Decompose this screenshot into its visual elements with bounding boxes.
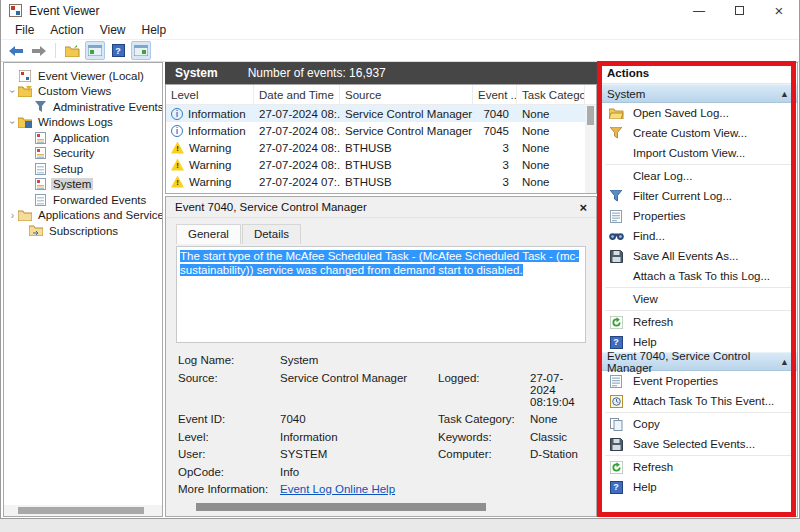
- console-tree-panel: Event Viewer (Local) › Custom Views Admi…: [3, 62, 163, 517]
- help-toolbar-button[interactable]: ?: [108, 41, 128, 60]
- action-help-event[interactable]: ? Help: [599, 477, 797, 497]
- action-attach-task-to-log[interactable]: Attach a Task To this Log...: [599, 266, 797, 286]
- table-row[interactable]: iInformation 27-07-2024 08:... Service C…: [166, 122, 596, 139]
- chevron-down-icon[interactable]: ›: [7, 86, 18, 97]
- action-refresh-event[interactable]: Refresh: [599, 457, 797, 477]
- chevron-down-icon[interactable]: ›: [7, 117, 18, 128]
- tree-horizontal-scrollbar[interactable]: [4, 505, 162, 516]
- tab-general[interactable]: General: [176, 224, 241, 244]
- actions-section-system[interactable]: System ▲: [599, 84, 797, 103]
- detail-horizontal-scrollbar[interactable]: [172, 502, 590, 512]
- menu-view[interactable]: View: [92, 23, 134, 37]
- action-create-custom-view[interactable]: Create Custom View...: [599, 123, 797, 143]
- action-copy[interactable]: Copy: [599, 414, 797, 434]
- action-pane-icon: [134, 45, 148, 56]
- actions-title: Actions: [599, 63, 797, 84]
- maximize-button[interactable]: [719, 0, 759, 21]
- forward-button[interactable]: [29, 41, 49, 60]
- table-row[interactable]: !Warning 27-07-2024 07:... BTHUSB 3 None: [166, 173, 596, 190]
- action-open-saved-log[interactable]: Open Saved Log...: [599, 103, 797, 123]
- collapse-icon[interactable]: ▲: [780, 89, 789, 99]
- tree-item-applications-services-logs[interactable]: › Applications and Services Log: [4, 208, 162, 224]
- event-list-scrollbar-thumb[interactable]: [587, 106, 594, 125]
- action-event-properties[interactable]: Event Properties: [599, 371, 797, 391]
- task-icon: [608, 394, 624, 408]
- action-refresh[interactable]: Refresh: [599, 312, 797, 332]
- minimize-button[interactable]: —: [679, 0, 719, 21]
- actions-section-event-7040[interactable]: Event 7040, Service Control Manager ▲: [599, 352, 797, 371]
- tree-item-system[interactable]: System: [4, 177, 162, 193]
- close-button[interactable]: ×: [759, 0, 799, 21]
- task-category-value: None: [530, 413, 586, 425]
- opcode-value: Info: [280, 466, 438, 478]
- separator: [605, 412, 791, 413]
- event-list-vertical-scrollbar[interactable]: [585, 105, 596, 193]
- computer-value: D-Station: [530, 448, 586, 460]
- detail-title: Event 7040, Service Control Manager: [175, 201, 367, 213]
- logged-value: 27-07-2024 08:19:04: [530, 372, 586, 408]
- chevron-right-icon[interactable]: ›: [7, 210, 18, 221]
- column-task-category[interactable]: Task Category: [517, 85, 585, 104]
- table-row[interactable]: !Warning 27-07-2024 08:... BTHUSB 3 None: [166, 156, 596, 173]
- tree-item-administrative-events[interactable]: Administrative Events: [4, 99, 162, 115]
- action-import-custom-view[interactable]: Import Custom View...: [599, 143, 797, 163]
- tree-scrollbar-thumb[interactable]: [18, 507, 144, 514]
- table-row[interactable]: iInformation 27-07-2024 08:... Service C…: [166, 105, 596, 122]
- column-event-id[interactable]: Event ...: [473, 85, 517, 104]
- console-window-icon: [88, 45, 102, 56]
- tree-item-event-viewer-local[interactable]: Event Viewer (Local): [4, 68, 162, 84]
- detail-close-icon[interactable]: ×: [579, 200, 587, 215]
- log-name: System: [175, 66, 218, 80]
- event-id-value: 7040: [280, 413, 438, 425]
- action-view[interactable]: View: [599, 289, 797, 309]
- show-action-pane-button[interactable]: [131, 41, 151, 60]
- event-count: Number of events: 16,937: [248, 66, 386, 80]
- action-clear-log[interactable]: Clear Log...: [599, 166, 797, 186]
- action-attach-task-to-event[interactable]: Attach Task To This Event...: [599, 391, 797, 411]
- collapse-icon[interactable]: ▲: [780, 357, 789, 367]
- action-save-all-events-as[interactable]: Save All Events As...: [599, 246, 797, 266]
- action-properties[interactable]: Properties: [599, 206, 797, 226]
- event-description-box[interactable]: The start type of the McAfee Scheduled T…: [176, 246, 586, 343]
- menu-file[interactable]: File: [7, 23, 42, 37]
- tree-item-windows-logs[interactable]: › Windows Logs: [4, 115, 162, 131]
- event-viewer-app-icon: [9, 4, 22, 17]
- action-find[interactable]: Find...: [599, 226, 797, 246]
- keywords-value: Classic: [530, 431, 586, 443]
- help-icon: ?: [608, 480, 624, 494]
- menu-action[interactable]: Action: [42, 23, 91, 37]
- action-save-selected-events[interactable]: Save Selected Events...: [599, 434, 797, 454]
- column-source[interactable]: Source: [340, 85, 473, 104]
- tree-item-subscriptions[interactable]: Subscriptions: [4, 223, 162, 239]
- tab-details[interactable]: Details: [242, 224, 301, 244]
- action-filter-current-log[interactable]: Filter Current Log...: [599, 186, 797, 206]
- tree-item-security[interactable]: Security: [4, 146, 162, 162]
- menu-help[interactable]: Help: [134, 23, 175, 37]
- information-icon: i: [171, 108, 183, 120]
- event-description-selected-text: The start type of the McAfee Scheduled T…: [180, 250, 579, 276]
- tree-item-custom-views[interactable]: › Custom Views: [4, 84, 162, 100]
- log-header-bar: System Number of events: 16,937: [165, 62, 597, 84]
- show-console-tree-button[interactable]: [85, 41, 105, 60]
- tree-item-setup[interactable]: Setup: [4, 161, 162, 177]
- table-row[interactable]: !Warning 27-07-2024 08:... BTHUSB 3 None: [166, 139, 596, 156]
- windows-logs-folder-icon: [18, 116, 32, 128]
- source-value: Service Control Manager: [280, 372, 438, 408]
- help-icon: ?: [608, 335, 624, 349]
- open-saved-log-button[interactable]: [62, 41, 82, 60]
- floppy-icon: [608, 249, 624, 263]
- column-date-time[interactable]: Date and Time: [254, 85, 340, 104]
- detail-scrollbar-thumb[interactable]: [196, 503, 486, 511]
- event-log-online-help-link[interactable]: Event Log Online Help: [280, 483, 438, 495]
- toolbar-separator: [55, 43, 56, 58]
- event-log-icon: [33, 147, 47, 159]
- refresh-icon: [608, 315, 624, 329]
- detail-pane-header: Event 7040, Service Control Manager ×: [166, 197, 596, 218]
- column-level[interactable]: Level: [166, 85, 254, 104]
- event-viewer-icon: [18, 70, 32, 82]
- custom-views-folder-icon: [18, 85, 32, 97]
- tree-item-application[interactable]: Application: [4, 130, 162, 146]
- back-button[interactable]: [6, 41, 26, 60]
- separator: [605, 287, 791, 288]
- tree-item-forwarded-events[interactable]: Forwarded Events: [4, 192, 162, 208]
